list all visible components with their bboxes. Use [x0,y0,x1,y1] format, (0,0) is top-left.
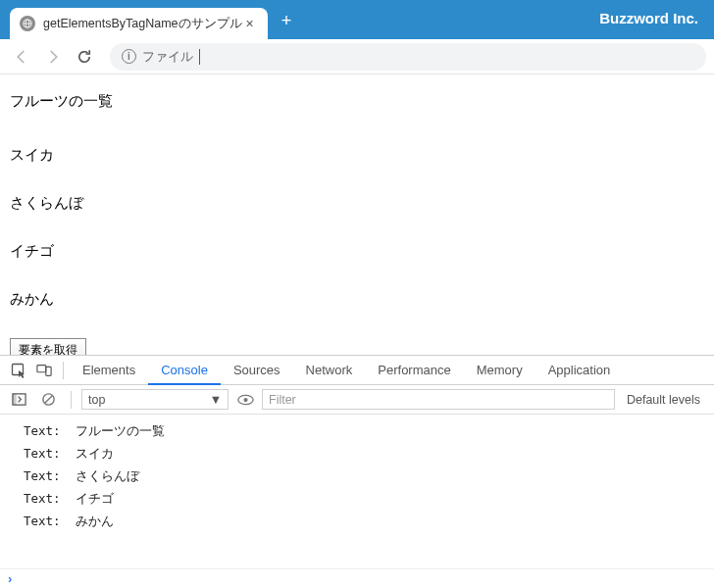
page-heading: フルーツの一覧 [10,92,704,111]
context-selector[interactable]: top ▼ [81,389,229,410]
context-label: top [88,393,105,407]
info-icon: i [122,49,136,64]
new-tab-button[interactable]: + [281,11,292,31]
svg-point-11 [243,397,247,401]
console-toolbar: top ▼ Filter Default levels [0,385,714,415]
globe-icon [20,16,35,31]
filter-placeholder: Filter [269,393,296,407]
tab-title: getElementsByTagNameのサンプル [43,16,242,32]
live-expression-icon[interactable] [232,387,258,413]
tab-memory[interactable]: Memory [464,356,536,385]
console-line: Text: さくらんぼ [0,466,714,488]
devtools-panel: Elements Console Sources Network Perform… [0,355,714,588]
browser-toolbar: i ファイル [0,39,714,74]
clear-console-icon[interactable] [35,387,61,413]
console-log: Text: フルーツの一覧Text: スイカText: さくらんぼText: イ… [0,415,714,568]
sidebar-toggle-icon[interactable] [6,387,31,413]
devtools-tabbar: Elements Console Sources Network Perform… [0,356,714,385]
console-line: Text: イチゴ [0,488,714,511]
forward-button[interactable] [39,43,67,71]
tab-performance[interactable]: Performance [365,356,463,385]
svg-rect-5 [46,367,51,375]
separator [71,391,72,409]
page-content: フルーツの一覧 スイカ さくらんぼ イチゴ みかん 要素を取得 [0,74,714,355]
log-levels-selector[interactable]: Default levels [619,393,708,407]
chevron-right-icon: › [8,571,12,586]
separator [63,362,64,379]
list-item: イチゴ [10,242,704,261]
svg-line-9 [44,396,52,404]
address-bar[interactable]: i ファイル [110,43,706,71]
brand-label: Buzzword Inc. [599,10,698,26]
console-line: Text: フルーツの一覧 [0,420,714,443]
console-line: Text: スイカ [0,443,714,466]
chevron-down-icon: ▼ [210,393,222,407]
tab-network[interactable]: Network [293,356,366,385]
inspect-icon[interactable] [6,358,31,383]
tab-console[interactable]: Console [148,356,221,385]
tab-sources[interactable]: Sources [221,356,293,385]
device-toggle-icon[interactable] [31,358,57,383]
console-line: Text: みかん [0,511,714,533]
list-item: さくらんぼ [10,194,704,213]
svg-rect-7 [12,394,16,405]
close-icon[interactable]: × [242,16,258,31]
window-titlebar: getElementsByTagNameのサンプル × + Buzzword I… [0,0,714,39]
svg-rect-4 [37,365,46,371]
browser-tab[interactable]: getElementsByTagNameのサンプル × [10,8,268,39]
get-elements-button[interactable]: 要素を取得 [10,338,86,355]
list-item: みかん [10,290,704,309]
text-cursor [199,49,200,65]
list-item: スイカ [10,146,704,165]
back-button[interactable] [8,43,35,71]
tab-application[interactable]: Application [536,356,624,385]
tab-elements[interactable]: Elements [70,356,148,385]
console-prompt[interactable]: › [0,568,714,588]
address-label: ファイル [142,48,193,66]
reload-button[interactable] [71,43,98,71]
filter-input[interactable]: Filter [262,389,615,410]
